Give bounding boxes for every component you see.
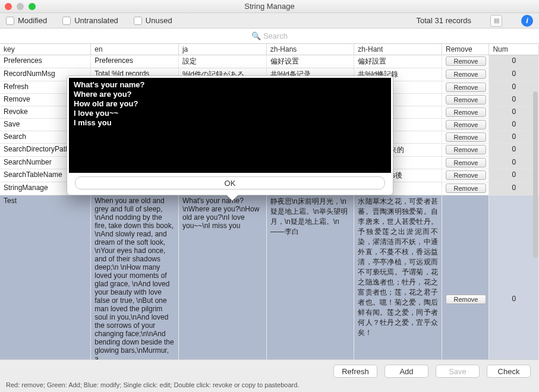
remove-button[interactable]: Remove	[446, 120, 486, 129]
col-num[interactable]: Num	[489, 44, 539, 55]
table-cell[interactable]: 水陆草木之花，可爱者甚蕃。晋陶渊明独爱菊。自李唐来，世人甚爱牡丹。予独爱莲之出淤…	[354, 195, 442, 365]
remove-cell: Remove	[442, 55, 489, 68]
edit-popover: What's your name? Where are you? How old…	[67, 75, 393, 195]
remove-cell: Remove	[442, 106, 489, 119]
checkbox-icon[interactable]	[62, 17, 71, 25]
add-button[interactable]: Add	[384, 365, 428, 378]
num-cell: 0	[489, 94, 539, 106]
footer-bar: Refresh Add Save Check Red: remove; Gree…	[0, 359, 539, 392]
window-title: String Manage	[0, 2, 539, 11]
window-titlebar: String Manage	[0, 0, 539, 13]
table-cell[interactable]: 偏好设置	[266, 55, 354, 68]
remove-button[interactable]: Remove	[446, 184, 486, 193]
info-button[interactable]: i	[521, 15, 533, 27]
filter-bar: Modified Untranslated Unused Total 31 re…	[0, 13, 539, 29]
table-cell[interactable]: Test	[0, 195, 91, 365]
table-cell[interactable]: Preferences	[91, 55, 179, 68]
footer-hint: Red: remove; Green: Add; Blue: modify; S…	[0, 378, 539, 388]
num-cell: 0	[489, 119, 539, 131]
num-cell: 0	[489, 157, 539, 169]
checkbox-icon[interactable]	[134, 17, 142, 25]
remove-cell: Remove	[442, 182, 489, 195]
checkbox-icon[interactable]	[6, 17, 14, 25]
num-cell: 0	[489, 195, 539, 365]
remove-button[interactable]: Remove	[446, 56, 486, 66]
table-cell[interactable]: What's your name?\nWhere are you?\nHow o…	[178, 195, 266, 365]
table-cell[interactable]: 静夜思\n床前明月光，\n疑是地上霜。\n举头望明月，\n疑是地上霜。\n ——…	[266, 195, 354, 365]
info-icon: i	[526, 16, 528, 25]
vertical-scrollbar[interactable]	[533, 91, 538, 258]
filter-modified[interactable]: Modified	[6, 16, 47, 25]
export-button[interactable]: ▤	[490, 15, 502, 27]
remove-button[interactable]: Remove	[446, 83, 486, 92]
col-zh-hant[interactable]: zh-Hant	[354, 44, 442, 55]
col-remove[interactable]: Remove	[442, 44, 489, 55]
remove-cell: Remove	[442, 157, 489, 169]
remove-cell: Remove	[442, 94, 489, 106]
col-ja[interactable]: ja	[178, 44, 266, 55]
search-placeholder: Search	[263, 31, 288, 40]
remove-cell: Remove	[442, 81, 489, 94]
document-icon: ▤	[494, 17, 499, 24]
remove-cell: Remove	[442, 119, 489, 131]
remove-button[interactable]: Remove	[446, 132, 486, 142]
remove-button[interactable]: Remove	[446, 170, 486, 180]
num-cell: 0	[489, 182, 539, 195]
remove-button[interactable]: Remove	[446, 145, 486, 154]
remove-button[interactable]: Remove	[446, 95, 486, 105]
remove-button[interactable]: Remove	[446, 158, 486, 167]
num-cell: 0	[489, 169, 539, 182]
refresh-button[interactable]: Refresh	[333, 365, 377, 378]
filter-modified-label: Modified	[18, 16, 47, 25]
remove-cell: Remove	[442, 131, 489, 144]
num-cell: 0	[489, 68, 539, 81]
filter-unused-label: Unused	[146, 16, 172, 25]
num-cell: 0	[489, 106, 539, 119]
check-button[interactable]: Check	[487, 365, 531, 378]
total-records: Total 31 records	[417, 16, 472, 25]
num-cell: 0	[489, 144, 539, 157]
filter-untranslated[interactable]: Untranslated	[62, 16, 118, 25]
col-zh-hans[interactable]: zh-Hans	[266, 44, 354, 55]
table-row[interactable]: TestWhen you are old and grey and full o…	[0, 195, 539, 365]
remove-button[interactable]: Remove	[446, 108, 486, 117]
col-key[interactable]: key	[0, 44, 91, 55]
table-row[interactable]: PreferencesPreferences設定偏好设置偏好設置Remove0	[0, 55, 539, 68]
remove-button[interactable]: Remove	[446, 295, 486, 304]
popover-text[interactable]: What's your name? Where are you? How old…	[69, 78, 391, 173]
search-icon: 🔍	[251, 31, 261, 40]
remove-cell: Remove	[442, 169, 489, 182]
remove-cell: Remove	[442, 68, 489, 81]
num-cell: 0	[489, 55, 539, 68]
remove-cell: Remove	[442, 195, 489, 365]
filter-unused[interactable]: Unused	[134, 16, 172, 25]
table-cell[interactable]: 偏好設置	[354, 55, 442, 68]
table-cell[interactable]: Preferences	[0, 55, 91, 68]
table-header-row: key en ja zh-Hans zh-Hant Remove Num	[0, 44, 539, 55]
popover-ok-button[interactable]: OK	[75, 176, 385, 189]
remove-cell: Remove	[442, 144, 489, 157]
num-cell: 0	[489, 131, 539, 144]
save-button[interactable]: Save	[436, 365, 480, 378]
num-cell: 0	[489, 81, 539, 94]
popover-arrow-icon	[226, 195, 238, 201]
filter-untranslated-label: Untranslated	[74, 16, 118, 25]
col-en[interactable]: en	[91, 44, 179, 55]
table-cell[interactable]: When you are old and grey and full of sl…	[91, 195, 179, 365]
remove-button[interactable]: Remove	[446, 69, 486, 79]
table-cell[interactable]: 設定	[178, 55, 266, 68]
search-field[interactable]: 🔍 Search	[0, 29, 539, 44]
